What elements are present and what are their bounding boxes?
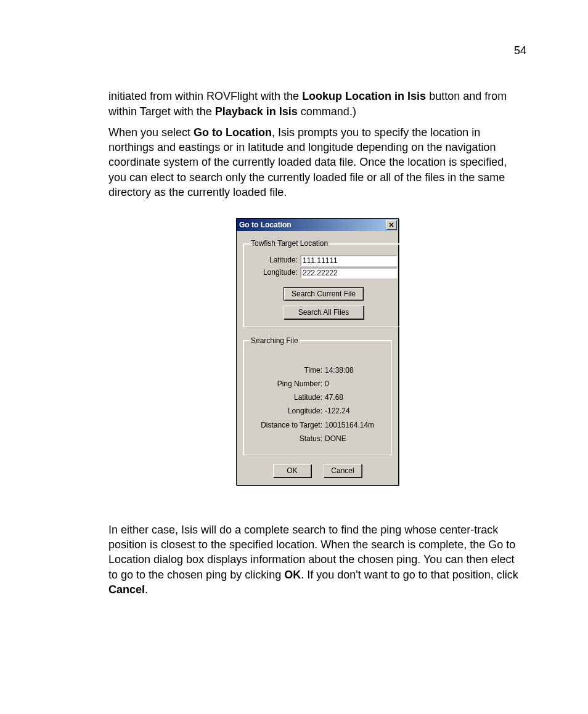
status-label: Status:: [250, 434, 325, 444]
latitude-label: Latitude:: [250, 392, 325, 402]
bold-text: Go to Location: [194, 126, 272, 139]
search-all-files-button[interactable]: Search All Files: [284, 306, 364, 319]
status-row: Status: DONE: [250, 434, 385, 444]
longitude-input[interactable]: [300, 267, 398, 278]
paragraph-2: When you select Go to Location, Isis pro…: [108, 125, 526, 200]
time-label: Time:: [250, 365, 325, 375]
latitude-input[interactable]: [300, 255, 398, 266]
cancel-button[interactable]: Cancel: [324, 464, 362, 477]
dialog-button-row: OK Cancel: [243, 464, 392, 477]
latitude-label: Latitude:: [250, 255, 300, 265]
paragraph-1: initiated from within ROVFlight with the…: [108, 89, 526, 119]
longitude-label: Longitude:: [250, 406, 325, 416]
dialog-title: Go to Location: [239, 220, 386, 230]
longitude-value: -122.24: [325, 406, 385, 416]
ping-value: 0: [325, 379, 385, 389]
go-to-location-dialog: Go to Location Towfish Target Location L…: [236, 218, 399, 485]
longitude-row: Longitude: -122.24: [250, 406, 385, 416]
latitude-row: Latitude: 47.68: [250, 392, 385, 402]
paragraph-3: In either case, Isis will do a complete …: [108, 522, 526, 597]
dialog-titlebar[interactable]: Go to Location: [237, 219, 398, 231]
latitude-row: Latitude:: [250, 255, 398, 266]
search-current-file-button[interactable]: Search Current File: [284, 287, 364, 301]
close-icon[interactable]: [386, 220, 397, 230]
distance-label: Distance to Target:: [250, 420, 325, 430]
status-value: DONE: [325, 434, 385, 444]
group-legend: Towfish Target Location: [250, 238, 329, 248]
towfish-target-group: Towfish Target Location Latitude: Longit…: [243, 238, 404, 327]
latitude-value: 47.68: [325, 392, 385, 402]
distance-value: 10015164.14m: [325, 420, 385, 430]
time-value: 14:38:08: [325, 365, 385, 375]
text: When you select: [108, 126, 194, 139]
page-number: 54: [108, 43, 526, 58]
time-row: Time: 14:38:08: [250, 365, 385, 375]
text: .: [145, 583, 148, 596]
text: . If you don't want to go to that positi…: [301, 569, 518, 581]
bold-text: Lookup Location in Isis: [302, 90, 426, 102]
ping-label: Ping Number:: [250, 379, 325, 389]
bold-text: Cancel: [108, 583, 145, 596]
bold-text: Playback in Isis: [215, 105, 298, 118]
text: initiated from within ROVFlight with the: [108, 90, 302, 102]
distance-row: Distance to Target: 10015164.14m: [250, 420, 385, 430]
document-page: 54 initiated from within ROVFlight with …: [0, 0, 588, 640]
group-legend: Searching File: [250, 336, 300, 346]
dialog-body: Towfish Target Location Latitude: Longit…: [237, 231, 398, 485]
text: command.): [298, 105, 356, 118]
dialog-container: Go to Location Towfish Target Location L…: [108, 218, 526, 485]
bold-text: OK: [284, 569, 301, 581]
searching-file-group: Searching File Time: 14:38:08 Ping Numbe…: [243, 336, 392, 455]
longitude-row: Longitude:: [250, 267, 398, 278]
ok-button[interactable]: OK: [273, 464, 311, 477]
ping-row: Ping Number: 0: [250, 379, 385, 389]
longitude-label: Longitude:: [250, 267, 300, 277]
